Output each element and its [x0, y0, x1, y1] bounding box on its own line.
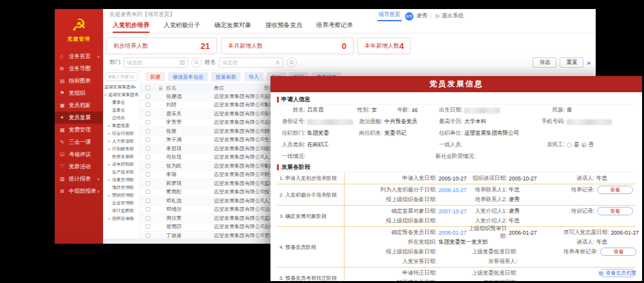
toolbar-button[interactable]: 导入 [244, 72, 263, 81]
sidebar-menu-item[interactable]: ⌂ 业务首页 ∨ [55, 50, 103, 63]
toolbar-button[interactable]: 批量刷新 [211, 72, 241, 81]
leader-home-link[interactable]: 领导首页 [377, 11, 402, 21]
sidebar-menu-item[interactable]: ✦ 党员发展 [55, 112, 103, 124]
dept-filter-input[interactable]: 请选择 [124, 57, 188, 68]
logout-button[interactable]: 退出系统 [435, 12, 464, 20]
expand-more-icon[interactable]: » [587, 59, 591, 66]
row-checkbox[interactable] [140, 137, 155, 142]
sidebar-item-icon: ▦ [60, 127, 67, 133]
applicant-ethnicity: 畲 [565, 106, 573, 114]
tree-node[interactable]: 项目管理部 [104, 184, 138, 191]
cell-unit: 远望发展集团有限公司 [214, 171, 264, 178]
avatar[interactable]: 凌秀 [405, 12, 413, 21]
sidebar-menu-item[interactable]: ▦ 党费管理 [55, 124, 103, 136]
name-filter-input[interactable]: 请选择 [219, 57, 283, 68]
radio-no-selected[interactable] [582, 142, 587, 148]
tree-node[interactable]: ▸ 成本控制部 [104, 161, 138, 168]
row-checkbox[interactable] [140, 190, 155, 194]
row-checkbox[interactable] [140, 216, 155, 220]
sidebar-menu-item[interactable]: ⊞ 中组部报表 ∨ [55, 185, 103, 197]
row-checkbox[interactable] [140, 199, 155, 203]
sidebar-menu-item[interactable]: ☑ 考核评议 [55, 148, 103, 161]
cell-name: 刘玥 [166, 101, 214, 108]
view-training-record-button[interactable]: 查看 [597, 186, 633, 194]
sidebar-menu-item[interactable]: ✎ 三会一课 [55, 136, 103, 148]
row-checkbox[interactable] [140, 224, 155, 229]
tab[interactable]: 入党初步培养 [113, 21, 149, 33]
row-checkbox[interactable] [140, 172, 155, 177]
row-checkbox[interactable] [140, 120, 155, 124]
tree-node[interactable]: 总经办 [104, 114, 138, 122]
tree-node[interactable]: 投资发展部 [104, 153, 138, 161]
tree-node[interactable]: ▸ 计划财务部 [104, 145, 138, 153]
tab[interactable]: 确定发展对象 [214, 21, 251, 33]
tree-node[interactable]: ▸ 协同云体验 [104, 215, 138, 222]
sidebar-menu-item[interactable]: ⧉ 业务导图 [55, 63, 103, 75]
sidebar-menu-item[interactable]: ♡ 党群活动 [55, 161, 103, 173]
row-checkbox[interactable] [140, 146, 155, 151]
tab[interactable]: 接收预备党员 [265, 21, 302, 33]
sidebar-menu-item[interactable]: ▥ 统计报表 ∨ [55, 173, 103, 185]
sidebar-item-icon: ⧉ [60, 66, 67, 72]
row-checkbox[interactable] [140, 181, 155, 186]
row-checkbox[interactable] [140, 102, 155, 107]
toolbar-button[interactable]: 修改基本信息 [168, 72, 208, 81]
header-unit: 单位 [214, 84, 264, 92]
sidebar-item-icon: ⚑ [60, 90, 67, 96]
tree-node[interactable]: 监事会 [104, 106, 138, 114]
tree-node[interactable]: ▸ 营销管理部 [104, 191, 138, 199]
row-checkbox[interactable] [140, 155, 155, 159]
chevron-down-icon: ∨ [97, 177, 100, 181]
tree-root-expanded[interactable]: ▾ 远望发展集团有限公司 [104, 91, 138, 99]
sidebar-item-icon: ⊞ [60, 188, 67, 194]
modal-body: 申请人信息 姓名:吕富霞 性别:女 年龄:46 出生日期: 民族:畲 身份证号:… [270, 92, 642, 281]
tab[interactable]: 入党积极分子 [164, 21, 200, 33]
filter-actions: 筛选 重置 » [533, 57, 591, 68]
cell-unit: 远望发展集团有限公司 [214, 232, 264, 239]
dept-search-button[interactable] [191, 57, 202, 68]
cell-unit: 远望发展集团有限公司 [214, 215, 264, 222]
tree-node[interactable]: ▸ 集团党委 [104, 122, 138, 130]
view-member-archive-button[interactable]: ▤ 查看党员档案 [600, 269, 636, 277]
tree-node[interactable]: 企业管理部 [104, 199, 138, 207]
row-checkbox[interactable] [140, 112, 155, 116]
applicant-section-title: 申请人信息 [277, 95, 636, 104]
sidebar-menu-item[interactable]: ⚑ 党组织 [55, 87, 103, 99]
view-inspection-record-button[interactable]: 查看 [600, 248, 636, 256]
row-checkbox[interactable] [140, 233, 155, 238]
view-training-log-button[interactable]: 查看 [597, 207, 633, 215]
stat-card: 本年新增人数 4 [357, 37, 411, 54]
tree-node[interactable]: ▸ 综合行政部 [104, 130, 138, 137]
name-search-button[interactable] [287, 57, 297, 68]
stat-value: 21 [201, 41, 210, 51]
row-checkbox[interactable] [140, 207, 155, 211]
select-all-checkbox[interactable] [140, 86, 155, 90]
cell-name: 郭梦琪 [166, 180, 214, 187]
reset-button[interactable]: 重置 [560, 57, 583, 68]
sidebar-menu-item[interactable]: ▣ 党员档案 [55, 99, 103, 112]
stage4-talker: 午忠 [594, 239, 607, 246]
stat-value: 4 [399, 41, 404, 51]
radio-yes[interactable] [567, 142, 572, 148]
row-checkbox[interactable] [140, 164, 155, 168]
cell-unit: 远望发展集团有限公司 [214, 180, 264, 187]
tree-root-collapsed[interactable]: 远望发展集团有限公司 ▸ [104, 83, 138, 91]
toolbar-button[interactable]: 新建 [146, 72, 165, 81]
tree-node[interactable]: 生产技术部 [104, 168, 138, 176]
tab[interactable]: 培养考察记录 [316, 21, 353, 33]
applicant-row-1: 姓名:吕富霞 性别:女 年龄:46 出生日期: 民族:畲 [277, 104, 636, 116]
sidebar-menu-item[interactable]: ▤ 指标图表 [55, 75, 103, 87]
row-checkbox[interactable] [140, 94, 155, 99]
redacted-id-number [307, 119, 353, 125]
tree-node[interactable]: ▸ 人力资源部 [104, 137, 138, 145]
sidebar-item-label: 指标图表 [69, 77, 91, 85]
tree-search-input[interactable]: 请输入关键字 [104, 72, 138, 81]
sidebar-item-label: 党员发展 [69, 114, 91, 122]
filter-button[interactable]: 筛选 [533, 57, 556, 68]
applicant-row-4: 人员类别:在岗职工 一线人员: 农民工: 是 否 [277, 139, 636, 151]
sidebar-item-label: 党群活动 [69, 163, 91, 171]
tree-node[interactable]: 审计监察部 [104, 207, 138, 215]
tree-node[interactable]: ▸ 信息管理部 [104, 176, 138, 184]
row-checkbox[interactable] [140, 129, 155, 133]
tree-node[interactable]: 董事会 [104, 99, 138, 106]
